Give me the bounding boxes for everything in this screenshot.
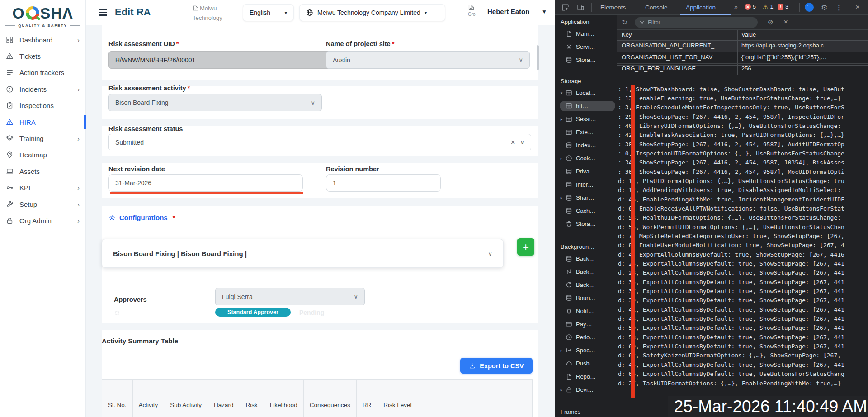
issues-badge[interactable]: ! 3 — [778, 4, 788, 10]
revision-number-input[interactable]: 1 — [326, 174, 441, 192]
tree-item[interactable]: Back… — [555, 278, 617, 291]
hamburger-menu-icon[interactable] — [99, 9, 107, 18]
preview-lines: : 1, ShowPTWDashboard: false, ShowCustom… — [618, 85, 868, 388]
tree-item[interactable]: Push… — [555, 357, 617, 370]
tree-item-icon — [566, 155, 572, 162]
tree-item[interactable]: htt… — [555, 99, 617, 112]
logo-q-icon — [26, 6, 39, 20]
avatar-broken-image[interactable]: Gro — [468, 4, 481, 22]
tree-item-label: Local… — [576, 89, 596, 96]
sidebar-item[interactable]: Org Admin › — [0, 212, 85, 229]
tree-item-label: htt… — [576, 103, 588, 109]
delete-selected-icon[interactable]: × — [783, 18, 788, 27]
tree-item-icon — [566, 56, 572, 63]
refresh-icon[interactable]: ↻ — [622, 18, 627, 27]
company-dropdown[interactable]: Meiwu Technology Company Limited ▾ — [299, 4, 445, 21]
sidebar-item[interactable]: Training › — [0, 130, 85, 146]
tree-item[interactable]: Stora… — [555, 53, 617, 66]
tree-item[interactable]: ▸ Shar… — [555, 191, 617, 204]
tree-item[interactable]: Mani… — [555, 27, 617, 40]
tree-item-icon — [566, 194, 572, 201]
approver-select[interactable]: Luigi Serra∨ — [215, 288, 365, 305]
expander-icon[interactable]: ▸ — [559, 156, 564, 161]
tree-item[interactable]: Stora… — [555, 217, 617, 230]
chevron-right-icon: › — [77, 85, 80, 93]
user-menu[interactable]: Hebert Eaton — [487, 8, 529, 15]
tree-item[interactable]: ▾ Local… — [555, 86, 617, 99]
kebab-menu-icon[interactable]: ⋮ — [835, 4, 842, 12]
tree-item[interactable]: Back… — [555, 265, 617, 278]
next-revision-input[interactable]: 31-Mar-2026 — [108, 174, 303, 192]
export-csv-button[interactable]: Export to CSV — [460, 358, 533, 374]
expander-icon[interactable]: ▸ — [559, 117, 564, 122]
tree-item-icon — [566, 281, 572, 288]
sidebar-item[interactable]: Heatmap — [0, 147, 85, 163]
tab-application[interactable]: Application — [686, 0, 716, 15]
tree-item[interactable]: ▸ Sessi… — [555, 112, 617, 126]
tree-item[interactable]: Boun… — [555, 291, 617, 305]
content-scrollbar[interactable] — [537, 45, 539, 70]
sidebar-item[interactable]: Incidents › — [0, 81, 85, 97]
summary-column-header: Sl. No. — [102, 380, 133, 417]
ai-assistance-icon[interactable] — [805, 3, 814, 12]
kv-column-value[interactable]: Value — [738, 30, 868, 40]
tree-item-icon — [566, 360, 572, 367]
sidebar-item[interactable]: Setup › — [0, 196, 85, 212]
tree-item[interactable]: Exte… — [555, 126, 617, 139]
clear-storage-icon[interactable]: ⊘ — [768, 18, 774, 26]
avatar-alt-text: Gro — [468, 12, 476, 17]
settings-gear-icon[interactable]: ⚙ — [821, 3, 827, 12]
sidebar-item[interactable]: Inspections — [0, 98, 85, 114]
sidebar-item[interactable]: Dashboard › — [0, 32, 85, 48]
tree-item[interactable]: Perio… — [555, 331, 617, 344]
status-select[interactable]: Submitted ✕ ∨ — [108, 134, 531, 150]
activity-select[interactable]: Bison Board Fixing∨ — [108, 94, 322, 111]
configurations-title: Configurations — [119, 214, 168, 221]
tree-item[interactable]: Repo… — [555, 370, 617, 383]
clear-icon[interactable]: ✕ — [510, 139, 516, 146]
console-warnings-badge[interactable]: ⚠ 1 — [763, 4, 774, 10]
sidebar-item-label: Org Admin — [19, 217, 52, 225]
expander-icon[interactable]: ▸ — [559, 388, 564, 392]
tab-elements[interactable]: Elements — [600, 0, 626, 15]
close-devtools-icon[interactable]: × — [855, 3, 860, 12]
expander-icon[interactable]: ▸ — [559, 348, 564, 353]
tree-item-icon — [566, 347, 572, 354]
device-toolbar-icon[interactable] — [577, 4, 585, 11]
kv-row[interactable]: ORGANISATION_API_CURRENT_… https://api-q… — [617, 41, 868, 52]
activity-label-text: Risk assessment activity — [108, 84, 186, 92]
expander-icon[interactable]: ▸ — [559, 196, 564, 200]
add-configuration-button[interactable]: + — [517, 238, 534, 256]
tab-console[interactable]: Console — [645, 0, 668, 15]
warning-count: 1 — [770, 4, 774, 10]
sidebar-item[interactable]: HIRA — [0, 114, 85, 130]
tree-item[interactable]: Inter… — [555, 178, 617, 191]
tree-item[interactable]: Priva… — [555, 165, 617, 178]
filter-input[interactable]: Filter — [635, 17, 758, 28]
tree-item[interactable]: ▸ Cook… — [555, 152, 617, 165]
kv-row[interactable]: ORGANISATION_LIST_FOR_NAV {"orgList":[{"… — [617, 52, 868, 64]
tree-item[interactable]: ▸ Devi… — [555, 383, 617, 396]
tree-item[interactable]: Pay… — [555, 318, 617, 331]
sidebar-item[interactable]: Assets — [0, 163, 85, 179]
sidebar-item[interactable]: KPI › — [0, 180, 85, 196]
sidebar-item[interactable]: Action trackers — [0, 65, 85, 81]
tree-item[interactable]: Cach… — [555, 204, 617, 217]
tree-item[interactable]: Index… — [555, 139, 617, 152]
tree-item[interactable]: Back… — [555, 252, 617, 265]
inspect-element-icon[interactable] — [561, 4, 569, 11]
tree-item[interactable]: Servi… — [555, 40, 617, 53]
more-tabs-icon[interactable]: » — [734, 3, 738, 10]
language-dropdown[interactable]: English ▾ — [243, 4, 294, 21]
chevron-down-icon[interactable]: ▼ — [542, 9, 547, 15]
configuration-select[interactable]: Bison Board Fixing | Bison Board Fixing … — [102, 239, 504, 268]
kv-column-key[interactable]: Key — [617, 30, 738, 40]
tree-item[interactable]: Notif… — [555, 305, 617, 318]
expander-icon[interactable]: ▾ — [559, 91, 564, 95]
site-select[interactable]: Austin∨ — [326, 51, 530, 69]
error-icon: ✕ — [745, 4, 751, 10]
console-errors-badge[interactable]: ✕ 5 — [745, 4, 756, 10]
tree-item[interactable]: ▸ Spec… — [555, 344, 617, 357]
sidebar-item[interactable]: Tickets — [0, 48, 85, 64]
uid-label: Risk assessment UID* — [108, 40, 179, 47]
